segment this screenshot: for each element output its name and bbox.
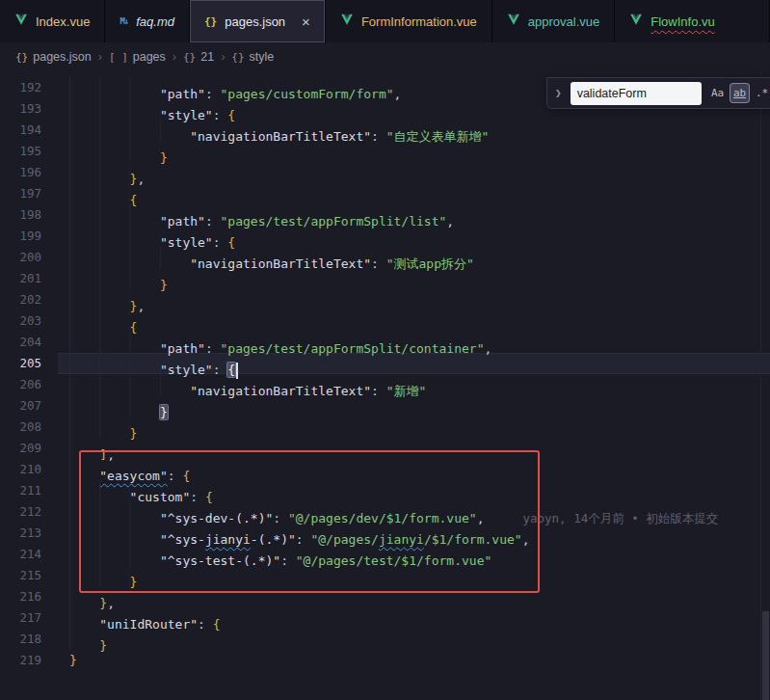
code-line: 200"navigationBarTitleText": "测试app拆分" — [0, 247, 770, 268]
code-token — [69, 289, 130, 310]
code-token — [69, 120, 190, 141]
tab-flowinfo-vu[interactable]: FlowInfo.vu — [615, 0, 770, 42]
line-number[interactable]: 193 — [0, 98, 58, 120]
code-line-content[interactable]: "navigationBarTitleText": "自定义表单新增" — [58, 120, 770, 141]
line-number[interactable]: 214 — [0, 544, 58, 565]
line-number[interactable]: 216 — [0, 586, 58, 607]
code-line-content[interactable]: "navigationBarTitleText": "测试app拆分" — [58, 247, 770, 268]
line-number[interactable]: 196 — [0, 162, 58, 183]
json-icon: {} — [204, 15, 217, 28]
match-case-toggle[interactable]: Aa — [708, 84, 727, 102]
vue-icon — [507, 13, 520, 29]
code-line-content[interactable]: }, — [58, 586, 770, 607]
code-line: 202}, — [0, 289, 770, 310]
line-number[interactable]: 208 — [0, 417, 58, 438]
line-number[interactable]: 217 — [0, 607, 58, 629]
line-number[interactable]: 212 — [0, 501, 58, 523]
line-number[interactable]: 195 — [0, 141, 58, 162]
line-number[interactable]: 198 — [0, 204, 58, 226]
code-line: 208} — [0, 417, 770, 438]
tab-index-vue[interactable]: Index.vue — [0, 0, 105, 42]
code-line-content[interactable]: "uniIdRouter": { — [58, 607, 770, 629]
line-number[interactable]: 197 — [0, 183, 58, 204]
code-line: 211"custom": { — [0, 480, 770, 501]
line-number[interactable]: 206 — [0, 374, 58, 395]
code-line-content[interactable]: } — [58, 629, 770, 650]
code-line-content[interactable]: "^sys-dev-(.*)": "@/pages/dev/$1/form.vu… — [58, 501, 770, 523]
code-token — [69, 417, 130, 438]
code-token — [69, 459, 99, 480]
line-number[interactable]: 213 — [0, 523, 58, 544]
breadcrumb-separator: › — [221, 50, 225, 64]
line-number[interactable]: 199 — [0, 226, 58, 247]
code-line-content[interactable]: "navigationBarTitleText": "新增" — [58, 374, 770, 395]
whole-word-toggle[interactable]: ab — [730, 84, 749, 102]
code-line-content[interactable]: "path": "pages/test/appFormSplit/contain… — [58, 332, 770, 353]
scrollbar[interactable] — [760, 71, 770, 700]
regex-toggle[interactable]: .* — [753, 84, 770, 102]
line-number[interactable]: 194 — [0, 120, 58, 141]
code-line-content[interactable]: } — [58, 395, 770, 417]
code-line-content[interactable]: "style": { — [58, 353, 770, 374]
code-token — [69, 523, 160, 544]
code-token — [69, 395, 160, 417]
line-number[interactable]: 192 — [0, 77, 58, 98]
editor-pane: 192"path": "pages/customForm/form",193"s… — [0, 71, 770, 700]
line-number[interactable]: 215 — [0, 565, 58, 586]
code-token — [69, 183, 130, 204]
code-token — [69, 247, 190, 268]
line-number[interactable]: 210 — [0, 459, 58, 480]
line-number[interactable]: 204 — [0, 332, 58, 353]
code-line-content[interactable]: { — [58, 310, 770, 332]
line-number[interactable]: 218 — [0, 629, 58, 650]
code-line-content[interactable]: }, — [58, 162, 770, 183]
vue-icon — [14, 13, 28, 29]
breadcrumb-item-pages-json[interactable]: {}pages.json — [15, 50, 92, 64]
code-line-content[interactable]: ], — [58, 438, 770, 459]
line-number[interactable]: 219 — [0, 650, 58, 671]
code-line-content[interactable]: "^sys-test-(.*)": "@/pages/test/$1/form.… — [58, 544, 770, 565]
breadcrumb-item-pages[interactable]: [ ]pages — [109, 50, 166, 64]
code-line-content[interactable]: } — [58, 650, 770, 671]
code-line-content[interactable]: "path": "pages/test/appFormSplit/list", — [58, 204, 770, 226]
code-line: 196}, — [0, 162, 770, 183]
breadcrumb-label: 21 — [200, 50, 214, 64]
tab-forminformation-vue[interactable]: FormInformation.vue — [326, 0, 492, 42]
tab-label: Index.vue — [36, 14, 90, 29]
code-line-content[interactable]: } — [58, 141, 770, 162]
code-line-content[interactable]: "easycom": { — [58, 459, 770, 480]
scrollbar-thumb[interactable] — [762, 611, 769, 700]
find-input[interactable] — [577, 87, 695, 100]
code-line: 215} — [0, 565, 770, 586]
code-line-content[interactable]: } — [58, 268, 770, 289]
code-token — [69, 98, 160, 120]
chevron-right-icon[interactable]: ❯ — [553, 87, 564, 99]
code-token — [69, 565, 130, 586]
breadcrumb-item-style[interactable]: {}style — [231, 50, 274, 64]
line-number[interactable]: 205 — [0, 353, 58, 374]
code-line-content[interactable]: } — [58, 417, 770, 438]
line-number[interactable]: 207 — [0, 395, 58, 417]
line-number[interactable]: 211 — [0, 480, 58, 501]
code-token — [69, 268, 160, 289]
vscode-window: Index.vueM↓faq.md{}pages.json×FormInform… — [0, 0, 770, 700]
code-line-content[interactable]: "^sys-jianyi-(.*)": "@/pages/jianyi/$1/f… — [58, 523, 770, 544]
line-number[interactable]: 202 — [0, 289, 58, 310]
code-line-content[interactable]: { — [58, 183, 770, 204]
code-line-content[interactable]: }, — [58, 289, 770, 310]
code-line-content[interactable]: "custom": { — [58, 480, 770, 501]
code-line-content[interactable]: } — [58, 565, 770, 586]
code-token — [69, 141, 160, 162]
breadcrumb-item-21[interactable]: {}21 — [183, 50, 214, 64]
code-token — [69, 607, 99, 629]
code-line-content[interactable]: "style": { — [58, 226, 770, 247]
find-input-box — [571, 82, 702, 105]
close-icon[interactable]: × — [302, 14, 310, 29]
line-number[interactable]: 209 — [0, 438, 58, 459]
line-number[interactable]: 200 — [0, 247, 58, 268]
tab-faq-md[interactable]: M↓faq.md — [105, 0, 190, 42]
tab-approval-vue[interactable]: approval.vue — [492, 0, 615, 42]
line-number[interactable]: 201 — [0, 268, 58, 289]
line-number[interactable]: 203 — [0, 310, 58, 332]
tab-pages-json[interactable]: {}pages.json× — [190, 0, 326, 42]
